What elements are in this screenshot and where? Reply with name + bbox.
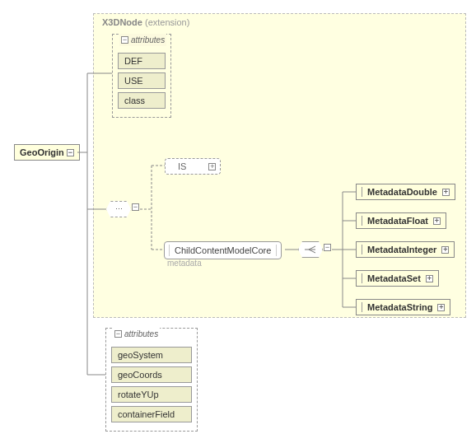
- metadata-integer[interactable]: MetadataInteger +: [356, 241, 455, 258]
- collapse-icon[interactable]: −: [114, 330, 122, 338]
- attributes-heading-bottom: − attributes: [113, 328, 160, 340]
- is-label: IS: [178, 161, 186, 171]
- collapse-icon[interactable]: −: [324, 244, 331, 251]
- attributes-box-bottom: − attributes geoSystem geoCoords rotateY…: [105, 328, 198, 432]
- is-node[interactable]: IS +: [165, 158, 221, 175]
- child-content-label: ChildContentModelCore: [175, 245, 271, 255]
- child-content-model-core[interactable]: ChildContentModelCore: [164, 241, 282, 259]
- attributes-box-top: − attributes DEF USE class: [112, 34, 171, 118]
- attribute-rotateyup[interactable]: rotateYUp: [111, 386, 192, 403]
- attribute-containerfield[interactable]: containerField: [111, 406, 192, 422]
- metadata-float[interactable]: MetadataFloat +: [356, 212, 446, 229]
- expand-icon[interactable]: +: [437, 304, 445, 311]
- attribute-geocoords[interactable]: geoCoords: [111, 366, 192, 383]
- attribute-class[interactable]: class: [118, 92, 166, 109]
- extension-title: X3DNode (extension): [102, 17, 189, 27]
- collapse-icon[interactable]: −: [121, 36, 128, 44]
- root-node-label: GeoOrigin: [20, 147, 64, 157]
- collapse-icon[interactable]: −: [132, 203, 139, 211]
- connector-choice-icon: ⋯: [106, 201, 131, 217]
- attributes-heading-top: − attributes: [119, 34, 166, 46]
- root-node-geoorigin[interactable]: GeoOrigin −: [14, 144, 80, 161]
- attribute-def[interactable]: DEF: [118, 53, 166, 69]
- metadata-set[interactable]: MetadataSet +: [356, 270, 439, 287]
- metadata-double[interactable]: MetadataDouble +: [356, 184, 455, 200]
- metadata-string[interactable]: MetadataString +: [356, 299, 450, 315]
- svg-line-1: [309, 246, 315, 250]
- attribute-use[interactable]: USE: [118, 72, 166, 89]
- connector-switch-icon: [298, 241, 323, 258]
- collapse-icon[interactable]: −: [67, 149, 74, 156]
- svg-line-3: [309, 250, 315, 253]
- expand-icon[interactable]: +: [208, 163, 216, 170]
- child-content-caption: metadata: [167, 259, 202, 268]
- attribute-geosystem[interactable]: geoSystem: [111, 347, 192, 363]
- expand-icon[interactable]: +: [442, 189, 450, 196]
- sequence-dots: ⋯: [115, 205, 123, 213]
- expand-icon[interactable]: +: [441, 246, 449, 254]
- expand-icon[interactable]: +: [433, 217, 441, 225]
- expand-icon[interactable]: +: [426, 275, 433, 282]
